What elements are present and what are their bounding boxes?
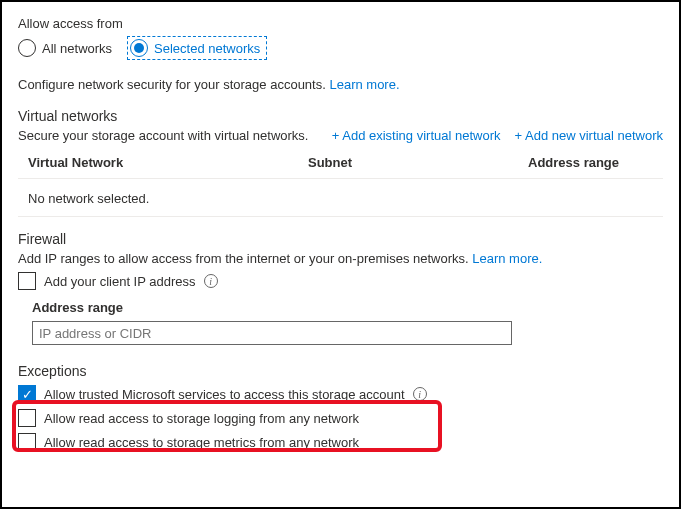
configure-learn-more-link[interactable]: Learn more. <box>329 77 399 92</box>
firewall-header: Firewall <box>18 231 663 247</box>
logging-label: Allow read access to storage logging fro… <box>44 411 359 426</box>
col-address-range: Address range <box>528 155 663 170</box>
trusted-services-row: ✓ Allow trusted Microsoft services to ac… <box>18 385 663 403</box>
metrics-label: Allow read access to storage metrics fro… <box>44 435 359 450</box>
firewall-learn-more-link[interactable]: Learn more. <box>472 251 542 266</box>
firewall-desc: Add IP ranges to allow access from the i… <box>18 251 472 266</box>
access-from-label: Allow access from <box>18 16 663 31</box>
vnet-table-empty: No network selected. <box>18 179 663 217</box>
col-virtual-network: Virtual Network <box>28 155 308 170</box>
add-new-vnet-link[interactable]: + Add new virtual network <box>515 128 664 143</box>
vnet-row: Secure your storage account with virtual… <box>18 128 663 143</box>
configure-text: Configure network security for your stor… <box>18 77 329 92</box>
vnet-header: Virtual networks <box>18 108 663 124</box>
access-radio-group: All networks Selected networks <box>18 37 663 59</box>
add-existing-vnet-link[interactable]: + Add existing virtual network <box>332 128 501 143</box>
col-subnet: Subnet <box>308 155 528 170</box>
radio-all-networks-label: All networks <box>42 41 112 56</box>
vnet-desc: Secure your storage account with virtual… <box>18 128 308 143</box>
check-icon: ✓ <box>22 388 33 401</box>
trusted-services-label: Allow trusted Microsoft services to acce… <box>44 387 405 402</box>
add-client-ip-checkbox[interactable] <box>18 272 36 290</box>
radio-icon <box>130 39 148 57</box>
metrics-checkbox[interactable] <box>18 433 36 451</box>
radio-all-networks[interactable]: All networks <box>18 39 112 57</box>
info-icon[interactable]: i <box>413 387 427 401</box>
address-range-input[interactable] <box>32 321 512 345</box>
trusted-services-checkbox[interactable]: ✓ <box>18 385 36 403</box>
configure-desc: Configure network security for your stor… <box>18 77 663 92</box>
exceptions-section: Exceptions ✓ Allow trusted Microsoft ser… <box>18 363 663 451</box>
firewall-desc-row: Add IP ranges to allow access from the i… <box>18 251 663 266</box>
radio-selected-networks-label: Selected networks <box>154 41 260 56</box>
radio-icon <box>18 39 36 57</box>
vnet-table-header: Virtual Network Subnet Address range <box>18 147 663 179</box>
metrics-row: Allow read access to storage metrics fro… <box>18 433 663 451</box>
add-client-ip-label: Add your client IP address <box>44 274 196 289</box>
radio-selected-networks[interactable]: Selected networks <box>128 37 266 59</box>
logging-row: Allow read access to storage logging fro… <box>18 409 663 427</box>
address-range-label: Address range <box>18 300 663 315</box>
info-icon[interactable]: i <box>204 274 218 288</box>
logging-checkbox[interactable] <box>18 409 36 427</box>
exceptions-header: Exceptions <box>18 363 663 379</box>
add-client-ip-row: Add your client IP address i <box>18 272 663 290</box>
